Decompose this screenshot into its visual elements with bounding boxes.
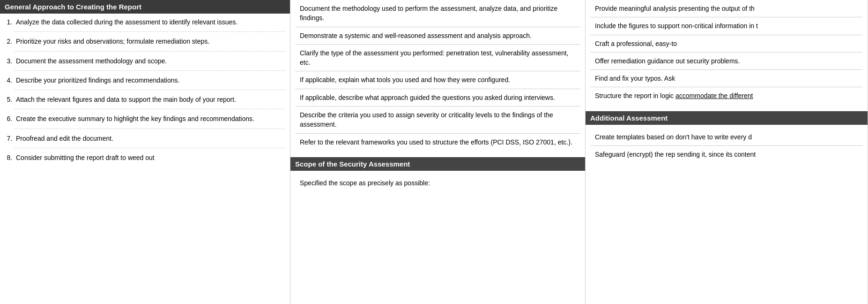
- list-item: Prioritize your risks and observations; …: [14, 37, 285, 51]
- underline-text: accommodate the different: [675, 92, 753, 99]
- list-item: Describe your prioritized findings and r…: [14, 76, 285, 90]
- column2-section2-text: Specified the scope as precisely as poss…: [295, 175, 580, 191]
- column3-s2-block-1: Safeguard (encrypt) the rep sending it, …: [590, 146, 863, 163]
- column2-block-2: Clarify the type of the assessment you p…: [295, 45, 580, 72]
- list-item: Analyze the data collected during the as…: [14, 17, 285, 32]
- column3-section2-header: Additional Assessment: [586, 111, 868, 125]
- column-3: Provide meaningful analysis presenting t…: [586, 0, 868, 304]
- column3-block-0: Provide meaningful analysis presenting t…: [590, 0, 863, 17]
- column3-block-1: Include the figures to support non-criti…: [590, 17, 863, 35]
- list-item: Create the executive summary to highligh…: [14, 114, 285, 129]
- column3-block-4: Find and fix your typos. Ask: [590, 70, 863, 87]
- column3-block-2: Craft a professional, easy-to: [590, 35, 863, 53]
- column3-content: Provide meaningful analysis presenting t…: [586, 0, 868, 109]
- column2-block-0: Document the methodology used to perform…: [295, 0, 580, 27]
- column3-s2-block-0: Create templates based on don't have to …: [590, 129, 863, 146]
- column1-list: Analyze the data collected during the as…: [9, 17, 285, 167]
- list-item: Attach the relevant figures and data to …: [14, 95, 285, 109]
- list-item: Consider submitting the report draft to …: [14, 153, 285, 167]
- column2-block-1: Demonstrate a systemic and well-reasoned…: [295, 27, 580, 45]
- column2-block-4: If applicable, describe what approach gu…: [295, 89, 580, 106]
- column3-block-5: Structure the report in logic accommodat…: [590, 87, 863, 104]
- column2-block-6: Refer to the relevant frameworks you use…: [295, 134, 580, 151]
- list-item: Proofread and edit the document.: [14, 134, 285, 148]
- column3-section2-content: Create templates based on don't have to …: [586, 129, 868, 168]
- column1-header: General Approach to Creating the Report: [0, 0, 290, 14]
- column-2: Document the methodology used to perform…: [290, 0, 586, 304]
- column2-content: Document the methodology used to perform…: [290, 0, 585, 155]
- list-item: Document the assessment methodology and …: [14, 56, 285, 71]
- column-1: General Approach to Creating the Report …: [0, 0, 290, 304]
- column2-block-3: If applicable, explain what tools you us…: [295, 71, 580, 89]
- column2-block-5: Describe the criteria you used to assign…: [295, 106, 580, 134]
- column2-section2-header: Scope of the Security Assessment: [290, 157, 585, 171]
- column3-block-3: Offer remediation guidance out security …: [590, 53, 863, 70]
